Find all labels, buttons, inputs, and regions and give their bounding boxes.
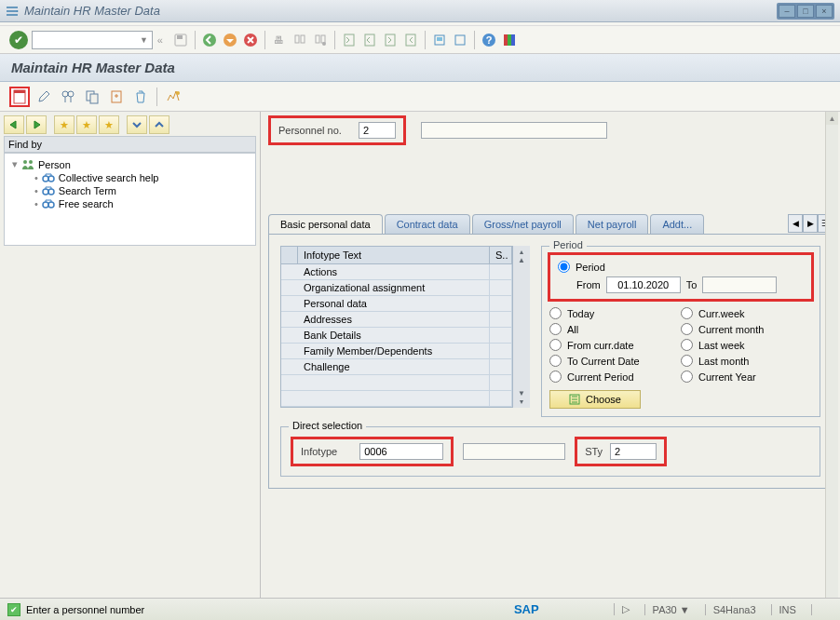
table-row[interactable]: Addresses <box>281 312 512 328</box>
enter-icon[interactable]: ✔ <box>9 31 28 49</box>
help-icon[interactable]: ? <box>481 32 497 48</box>
svg-point-29 <box>176 91 180 95</box>
table-row[interactable] <box>281 391 512 407</box>
expand-icon[interactable] <box>127 115 147 134</box>
print-icon[interactable]: 🖶 <box>271 32 288 48</box>
radio-lastweek[interactable] <box>681 339 693 351</box>
table-scrollbar[interactable]: ▴ ▲ ▼ ▾ <box>513 246 530 408</box>
tab-scroll-right-icon[interactable]: ▶ <box>803 214 818 233</box>
table-row[interactable]: Personal data <box>281 296 512 312</box>
close-button[interactable]: × <box>816 5 833 18</box>
fav-show-icon[interactable]: ★ <box>76 115 97 134</box>
radio-tocurrent[interactable] <box>549 355 562 367</box>
table-row[interactable]: Organizational assignment <box>281 280 512 296</box>
new-session-icon[interactable] <box>431 32 448 48</box>
table-row[interactable]: Bank Details <box>281 328 512 344</box>
window-title: Maintain HR Master Data <box>24 4 777 18</box>
scroll-bottom-icon[interactable]: ▾ <box>520 398 523 406</box>
window-menu-icon[interactable] <box>6 6 19 17</box>
nav-back-icon[interactable] <box>4 115 24 134</box>
choose-button[interactable]: Choose <box>549 390 641 409</box>
scroll-top-icon[interactable]: ▴ <box>520 248 523 256</box>
delimit-icon[interactable] <box>106 87 127 107</box>
cancel-icon[interactable] <box>242 32 259 48</box>
svg-rect-21 <box>511 34 515 46</box>
tab-basic-personal[interactable]: Basic personal data <box>268 214 383 234</box>
status-mode: INS <box>771 604 804 615</box>
display-icon[interactable] <box>58 87 78 107</box>
status-system[interactable]: S4Hana3 <box>705 604 764 615</box>
radio-period[interactable] <box>558 261 570 273</box>
find-icon[interactable] <box>291 32 308 48</box>
tree-item-person[interactable]: ▾ Person <box>8 157 251 171</box>
status-extra-icon[interactable] <box>811 604 833 615</box>
tab-scroll-left-icon[interactable]: ◀ <box>788 214 803 233</box>
tree-expand-icon[interactable]: ▾ <box>12 158 18 170</box>
fav-add-icon[interactable]: ★ <box>54 115 75 134</box>
status-tcode[interactable]: PA30 ▼ <box>644 604 698 615</box>
svg-rect-19 <box>504 34 508 46</box>
next-page-icon[interactable] <box>382 32 399 48</box>
table-row[interactable] <box>281 375 512 391</box>
create-icon[interactable] <box>9 87 30 107</box>
back-icon[interactable] <box>201 32 218 48</box>
sty-input[interactable] <box>610 443 657 460</box>
vertical-scrollbar[interactable]: ▲ ▼ <box>825 112 838 614</box>
scroll-down-icon[interactable]: ▼ <box>518 389 525 398</box>
delete-icon[interactable] <box>130 87 151 107</box>
status-nav-icon[interactable]: ▷ <box>614 603 637 615</box>
table-row[interactable]: Challenge <box>281 359 512 375</box>
radio-fromcurr[interactable] <box>549 339 562 351</box>
radio-today[interactable] <box>549 307 562 319</box>
personnel-input[interactable] <box>359 122 396 139</box>
table-row[interactable]: Actions <box>281 264 512 280</box>
prev-page-icon[interactable] <box>361 32 378 48</box>
minimize-button[interactable]: – <box>779 5 795 18</box>
maximize-button[interactable]: □ <box>797 5 814 18</box>
svg-rect-8 <box>321 35 325 43</box>
back-collapse-icon[interactable]: « <box>152 32 169 48</box>
infotype-text-display <box>463 443 565 460</box>
scroll-up-icon[interactable]: ▲ <box>826 112 838 125</box>
exit-icon[interactable] <box>222 32 238 48</box>
tree-item-free-search[interactable]: • Free search <box>8 197 251 210</box>
radio-currperiod[interactable] <box>549 371 562 383</box>
layout-icon[interactable] <box>501 32 518 48</box>
last-page-icon[interactable] <box>402 32 419 48</box>
edit-icon[interactable] <box>34 87 54 107</box>
from-label: From <box>576 279 601 290</box>
fav-del-icon[interactable]: ★ <box>99 115 119 134</box>
tab-gross-net[interactable]: Gross/net payroll <box>472 214 574 234</box>
collapse-icon[interactable] <box>149 115 169 134</box>
svg-rect-7 <box>316 35 319 43</box>
col-status[interactable]: S.. <box>490 247 512 263</box>
radio-currmonth[interactable] <box>681 323 693 335</box>
dropdown-icon[interactable]: ▼ <box>140 35 148 45</box>
radio-curryear[interactable] <box>681 371 693 383</box>
overview-icon[interactable] <box>163 87 183 107</box>
col-infotype-text[interactable]: Infotype Text <box>298 247 490 263</box>
command-field[interactable] <box>32 31 153 49</box>
tree-label: Free search <box>59 198 114 209</box>
scroll-up-icon[interactable]: ▲ <box>518 256 525 264</box>
table-row[interactable]: Family Member/Dependents <box>281 344 512 359</box>
copy-icon[interactable] <box>82 87 102 107</box>
nav-forward-icon[interactable] <box>26 115 47 134</box>
radio-all[interactable] <box>549 323 562 335</box>
radio-currweek[interactable] <box>681 307 693 319</box>
infotype-input[interactable] <box>359 443 443 460</box>
first-page-icon[interactable] <box>341 32 358 48</box>
tab-contract[interactable]: Contract data <box>385 214 470 234</box>
tree-item-collective[interactable]: • Collective search help <box>8 171 251 184</box>
to-date-input[interactable] <box>702 276 777 293</box>
tab-additional[interactable]: Addt... <box>650 214 704 234</box>
find-next-icon[interactable] <box>312 32 329 48</box>
radio-lastmonth[interactable] <box>681 355 693 367</box>
tab-net-payroll[interactable]: Net payroll <box>576 214 649 234</box>
status-bar: ✔ Enter a personnel number SAP ▷ PA30 ▼ … <box>0 598 840 620</box>
from-date-input[interactable] <box>606 276 681 293</box>
svg-point-31 <box>29 160 33 164</box>
tree-item-search-term[interactable]: • Search Term <box>8 184 251 197</box>
shortcut-icon[interactable] <box>452 32 468 48</box>
save-icon[interactable] <box>172 32 189 48</box>
